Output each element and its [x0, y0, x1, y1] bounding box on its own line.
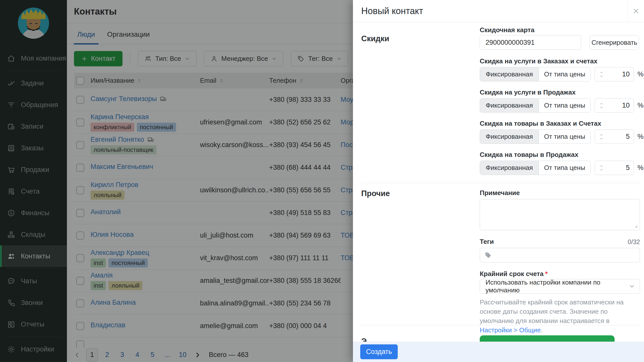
- stepper-up-icon[interactable]: [599, 164, 604, 168]
- fixed-option[interactable]: Фиксированная: [480, 99, 539, 112]
- section-divider: [360, 325, 641, 325]
- hidden-green-button[interactable]: [480, 335, 615, 342]
- hidden-section-heading: Э: [361, 337, 367, 342]
- discount-value-stepper[interactable]: 10: [595, 98, 634, 113]
- discount-group-label: Скидка на услуги в Заказах и счетах: [480, 57, 644, 65]
- discount-group: Скидка на услуги в Продажах Фиксированна…: [480, 88, 644, 113]
- from-price-type-option[interactable]: От типа цены: [539, 67, 590, 81]
- selected-option: Использовать настройки компании по умолч…: [486, 279, 629, 294]
- discount-group: Скидка на товары в Продажах Фиксированна…: [480, 151, 644, 175]
- stepper-up-icon[interactable]: [599, 102, 604, 106]
- discount-group-label: Скидка на товары в Продажах: [480, 151, 644, 159]
- deadline-help-text: Рассчитывайте крайний срок автоматически…: [480, 298, 643, 335]
- app-window: Моя компания Задачи Обращения: [0, 0, 644, 362]
- section-divider: [360, 183, 641, 183]
- discount-type-toggle: Фиксированная От типа цены: [480, 161, 591, 175]
- invoice-deadline-select[interactable]: Использовать настройки компании по умолч…: [480, 279, 640, 294]
- close-icon: [632, 7, 640, 15]
- percent-unit: %: [637, 70, 643, 78]
- invoice-deadline-label: Крайний срок счета*: [480, 270, 548, 278]
- tags-counter: 0/32: [628, 238, 640, 246]
- discount-value: 10: [604, 70, 630, 78]
- note-label: Примечание: [480, 189, 520, 197]
- discount-group: Скидка на товары в Заказах и Счетах Фикс…: [480, 120, 644, 144]
- new-contact-drawer: Новый контакт Скидки Скидочная карта Сге…: [353, 0, 644, 362]
- fixed-option[interactable]: Фиксированная: [480, 67, 539, 81]
- tag-icon: [484, 251, 492, 259]
- tags-label-row: Теги 0/32: [480, 238, 640, 246]
- discount-group-label: Скидка на услуги в Продажах: [480, 88, 644, 96]
- stepper-down-icon[interactable]: [599, 168, 604, 172]
- required-asterisk: *: [545, 270, 548, 278]
- stepper-up-icon[interactable]: [599, 133, 604, 137]
- discount-value-stepper[interactable]: 5: [595, 161, 634, 175]
- from-price-type-option[interactable]: От типа цены: [539, 130, 590, 144]
- stepper-down-icon[interactable]: [599, 106, 604, 109]
- fixed-option[interactable]: Фиксированная: [480, 130, 539, 144]
- discount-group-label: Скидка на товары в Заказах и Счетах: [480, 120, 644, 127]
- create-button[interactable]: Создать: [360, 344, 398, 359]
- tags-input[interactable]: [480, 248, 640, 262]
- close-button[interactable]: [628, 0, 644, 22]
- note-input[interactable]: [480, 199, 640, 230]
- percent-unit: %: [637, 102, 643, 109]
- discount-value: 5: [604, 133, 630, 141]
- drawer-header: Новый контакт: [353, 0, 644, 22]
- chevron-down-icon: [629, 283, 635, 290]
- discount-value-stepper[interactable]: 10: [595, 67, 634, 81]
- drawer-title: Новый контакт: [361, 0, 423, 22]
- fixed-option[interactable]: Фиксированная: [480, 161, 539, 175]
- from-price-type-option[interactable]: От типа цены: [539, 99, 590, 112]
- discount-type-toggle: Фиксированная От типа цены: [480, 98, 591, 113]
- stepper-down-icon[interactable]: [599, 137, 604, 141]
- other-section-label: Прочие: [361, 189, 390, 198]
- discount-value: 10: [604, 102, 630, 109]
- stepper-down-icon[interactable]: [599, 74, 604, 78]
- settings-general-link[interactable]: Настройки > Общие: [480, 326, 541, 334]
- discount-type-toggle: Фиксированная От типа цены: [480, 67, 591, 81]
- discount-type-toggle: Фиксированная От типа цены: [480, 129, 591, 144]
- drawer-footer: Создать: [353, 342, 644, 362]
- discount-group: Скидка на услуги в Заказах и счетах Фикс…: [480, 57, 644, 81]
- drawer-body: Скидки Скидочная карта Сгенерировать Ски…: [353, 22, 644, 362]
- from-price-type-option[interactable]: От типа цены: [539, 161, 590, 175]
- discount-value: 5: [604, 164, 630, 172]
- percent-unit: %: [637, 133, 643, 141]
- discount-value-stepper[interactable]: 5: [595, 129, 634, 144]
- percent-unit: %: [637, 164, 643, 172]
- stepper-up-icon[interactable]: [599, 71, 604, 74]
- tags-label: Теги: [480, 238, 494, 246]
